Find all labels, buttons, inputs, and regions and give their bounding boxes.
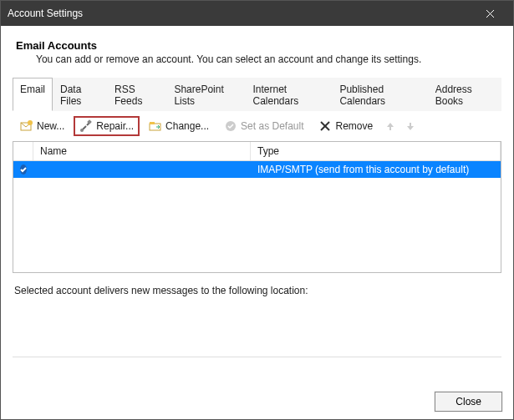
tab-published-calendars[interactable]: Published Calendars: [332, 78, 427, 111]
footer: Close: [435, 392, 502, 412]
tab-sharepoint-lists[interactable]: SharePoint Lists: [166, 78, 245, 111]
page-description: You can add or remove an account. You ca…: [36, 53, 501, 65]
tab-email[interactable]: Email: [13, 78, 53, 111]
envelope-new-icon: [20, 119, 33, 133]
accounts-list[interactable]: Name Type IMAP/SMTP (send from this acco…: [13, 141, 501, 273]
new-label: New...: [37, 120, 64, 132]
move-up-button: [382, 121, 399, 131]
tools-icon: [79, 119, 93, 133]
account-type-cell: IMAP/SMTP (send from this account by def…: [251, 162, 501, 177]
repair-label: Repair...: [96, 120, 134, 132]
set-default-label: Set as Default: [241, 120, 303, 132]
set-default-button: Set as Default: [218, 116, 309, 136]
tab-strip: Email Data Files RSS Feeds SharePoint Li…: [13, 77, 501, 111]
check-circle-icon: [224, 119, 237, 133]
new-button[interactable]: New...: [14, 116, 70, 136]
change-label: Change...: [165, 120, 209, 132]
default-account-indicator: [13, 163, 33, 176]
arrow-up-icon: [385, 121, 395, 131]
close-button[interactable]: Close: [435, 392, 502, 412]
window-close-button[interactable]: [473, 1, 506, 26]
tab-internet-calendars[interactable]: Internet Calendars: [245, 78, 332, 111]
account-name-cell: [33, 168, 251, 171]
tab-rss-feeds[interactable]: RSS Feeds: [107, 78, 166, 111]
change-button[interactable]: Change...: [143, 116, 215, 136]
list-header: Name Type: [13, 142, 501, 161]
move-down-button: [402, 121, 419, 131]
col-type[interactable]: Type: [251, 142, 501, 160]
svg-point-3: [28, 120, 33, 125]
folder-change-icon: [149, 119, 162, 133]
titlebar: Account Settings: [1, 1, 513, 26]
location-text: Selected account delivers new messages t…: [14, 285, 500, 296]
check-circle-icon: [20, 164, 27, 175]
page-title: Email Accounts: [16, 39, 501, 52]
remove-x-icon: [318, 119, 332, 133]
remove-button[interactable]: Remove: [313, 116, 379, 136]
col-name[interactable]: Name: [33, 142, 251, 160]
col-icon: [13, 142, 33, 160]
toolbar: New... Repair... Change... Set as Defaul…: [13, 111, 501, 141]
divider: [13, 357, 501, 357]
svg-rect-7: [150, 122, 155, 124]
repair-button[interactable]: Repair...: [74, 116, 140, 136]
account-row[interactable]: IMAP/SMTP (send from this account by def…: [13, 161, 501, 178]
svg-point-5: [80, 129, 84, 132]
tab-address-books[interactable]: Address Books: [428, 78, 501, 111]
arrow-down-icon: [405, 121, 415, 131]
remove-label: Remove: [335, 120, 373, 132]
tab-data-files[interactable]: Data Files: [53, 78, 107, 111]
close-icon: [486, 9, 495, 18]
window-title: Account Settings: [8, 8, 83, 19]
